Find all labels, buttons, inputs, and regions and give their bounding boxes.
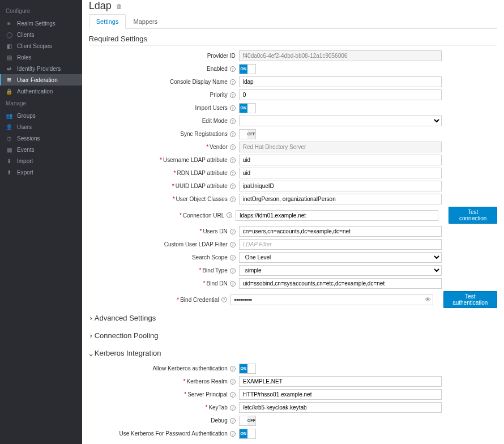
help-icon[interactable]: ? xyxy=(227,212,232,218)
toggle-on: ON xyxy=(240,429,247,438)
toggle-off xyxy=(247,429,255,438)
allow-kerberos-auth-toggle[interactable]: ON xyxy=(239,364,256,374)
help-icon[interactable]: ? xyxy=(230,229,236,234)
help-icon[interactable]: ? xyxy=(230,281,236,287)
help-icon[interactable]: ? xyxy=(230,118,236,124)
label-search-scope: Search Scope xyxy=(192,254,228,261)
label-provider-id: Provider ID xyxy=(207,53,236,59)
keytab-input[interactable] xyxy=(239,402,442,413)
priority-input[interactable] xyxy=(239,89,442,100)
server-principal-input[interactable] xyxy=(239,389,442,400)
label-bind-credential: Bind Credential xyxy=(180,297,219,303)
help-icon[interactable]: ? xyxy=(230,431,236,437)
sidebar-item-sessions[interactable]: ◷Sessions xyxy=(0,133,82,144)
sidebar-item-realm-settings[interactable]: ≡Realm Settings xyxy=(0,18,82,29)
sidebar-item-events[interactable]: ▦Events xyxy=(0,144,82,155)
sidebar-item-roles[interactable]: ▤Roles xyxy=(0,52,82,63)
help-icon[interactable]: ? xyxy=(230,197,236,202)
sidebar-item-clients[interactable]: ◯Clients xyxy=(0,29,82,40)
help-icon[interactable]: ? xyxy=(230,105,236,111)
uuid-ldap-attr-input[interactable] xyxy=(239,181,442,191)
help-icon[interactable]: ? xyxy=(230,255,236,261)
trash-icon[interactable]: 🗑 xyxy=(116,3,122,10)
edit-mode-select[interactable] xyxy=(239,116,442,126)
help-icon[interactable]: ? xyxy=(230,418,236,424)
label-sync-registrations: Sync Registrations xyxy=(180,131,227,137)
help-icon[interactable]: ? xyxy=(230,392,236,398)
label-username-ldap-attr: Username LDAP attribute xyxy=(163,157,228,163)
test-connection-button[interactable]: Test connection xyxy=(449,207,497,224)
sidebar-item-user-federation[interactable]: ≣User Federation xyxy=(0,74,82,86)
section-sync-settings[interactable]: ⌄Sync Settings xyxy=(89,441,497,444)
label-allow-kerberos-auth: Allow Kerberos authentication xyxy=(152,365,227,372)
help-icon[interactable]: ? xyxy=(230,79,236,85)
username-ldap-attr-input[interactable] xyxy=(239,155,442,165)
help-icon[interactable]: ? xyxy=(230,366,236,372)
help-icon[interactable]: ? xyxy=(230,92,236,98)
help-icon[interactable]: ? xyxy=(230,131,236,137)
custom-user-ldap-filter-input[interactable] xyxy=(239,239,442,250)
sidebar-item-import[interactable]: ⬇Import xyxy=(0,155,82,166)
vendor-input xyxy=(239,142,442,152)
exchange-icon: ⇄ xyxy=(6,65,12,72)
globe-icon: ◯ xyxy=(6,31,12,38)
help-icon[interactable]: ? xyxy=(230,379,236,385)
search-scope-select[interactable]: One Level xyxy=(239,252,442,263)
enabled-toggle[interactable]: ON xyxy=(239,64,256,74)
console-display-name-input[interactable] xyxy=(239,76,442,87)
sidebar-item-label: Events xyxy=(17,147,35,153)
toggle-on: ON xyxy=(240,65,247,74)
user-object-classes-input[interactable] xyxy=(239,194,442,204)
help-icon[interactable]: ? xyxy=(230,268,236,274)
bookmark-icon: ▤ xyxy=(6,54,12,61)
help-icon[interactable]: ? xyxy=(221,297,227,302)
tag-icon: ◧ xyxy=(6,42,12,49)
database-icon: ≣ xyxy=(6,76,12,83)
sidebar-item-client-scopes[interactable]: ◧Client Scopes xyxy=(0,40,82,52)
bind-type-select[interactable]: simple xyxy=(239,265,442,276)
tab-settings[interactable]: Settings xyxy=(89,14,126,29)
section-advanced-settings[interactable]: ›Advanced Settings xyxy=(89,310,497,326)
sidebar-item-label: Users xyxy=(17,124,32,130)
help-icon[interactable]: ? xyxy=(230,66,236,72)
sidebar-item-identity-providers[interactable]: ⇄Identity Providers xyxy=(0,63,82,74)
toggle-off xyxy=(247,364,255,373)
rdn-ldap-attr-input[interactable] xyxy=(239,168,442,178)
sync-registrations-toggle[interactable]: OFF xyxy=(239,129,256,139)
help-icon[interactable]: ? xyxy=(230,405,236,411)
connection-url-input[interactable] xyxy=(236,210,438,221)
label-user-object-classes: User Object Classes xyxy=(176,196,228,202)
use-kerberos-for-pw-toggle[interactable]: ON xyxy=(239,429,256,439)
tab-mappers[interactable]: Mappers xyxy=(126,14,165,28)
section-kerberos-integration[interactable]: ⌄Kerberos Integration xyxy=(89,345,497,361)
help-icon[interactable]: ? xyxy=(230,144,236,150)
kerberos-realm-input[interactable] xyxy=(239,376,442,387)
import-users-toggle[interactable]: ON xyxy=(239,103,256,113)
sidebar-item-users[interactable]: 👤Users xyxy=(0,121,82,133)
sidebar-item-export[interactable]: ⬆Export xyxy=(0,166,82,178)
sidebar-item-authentication[interactable]: 🔒Authentication xyxy=(0,86,82,97)
bind-dn-input[interactable] xyxy=(239,278,442,289)
label-rdn-ldap-attr: RDN LDAP attribute xyxy=(177,170,227,176)
toggle-on xyxy=(240,416,247,425)
bind-credential-input[interactable] xyxy=(230,294,433,305)
sidebar-item-groups[interactable]: 👥Groups xyxy=(0,110,82,121)
debug-toggle[interactable]: OFF xyxy=(239,416,256,426)
section-label: Connection Pooling xyxy=(95,331,159,340)
label-connection-url: Connection URL xyxy=(183,212,224,219)
sidebar-item-label: Client Scopes xyxy=(17,43,52,49)
help-icon[interactable]: ? xyxy=(230,170,236,176)
help-icon[interactable]: ? xyxy=(230,183,236,189)
section-connection-pooling[interactable]: ›Connection Pooling xyxy=(89,328,497,343)
chevron-right-icon: › xyxy=(89,331,95,340)
help-icon[interactable]: ? xyxy=(230,242,236,247)
label-uuid-ldap-attr: UUID LDAP attribute xyxy=(176,183,228,189)
label-bind-dn: Bind DN xyxy=(206,280,227,287)
users-dn-input[interactable] xyxy=(239,226,442,237)
test-authentication-button[interactable]: Test authentication xyxy=(443,291,497,308)
toggle-on xyxy=(240,130,247,139)
label-import-users: Import Users xyxy=(195,105,228,111)
eye-icon[interactable]: 👁 xyxy=(425,296,431,303)
help-icon[interactable]: ? xyxy=(230,157,236,163)
toggle-off: OFF xyxy=(247,416,255,425)
